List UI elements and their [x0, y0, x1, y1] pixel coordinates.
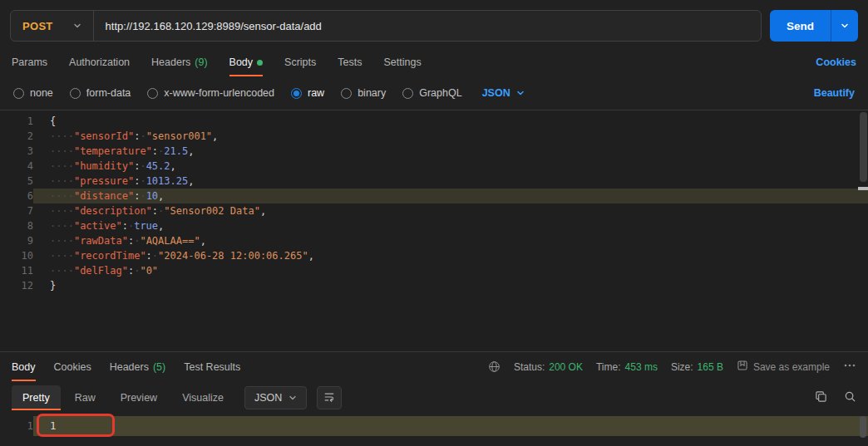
radio-binary[interactable]: binary [341, 87, 386, 99]
view-tab-preview[interactable]: Preview [110, 385, 168, 410]
bookmark-icon [737, 360, 748, 374]
tab-body[interactable]: Body [229, 48, 264, 76]
network-globe-icon[interactable] [488, 360, 501, 373]
code-line: 5····"pressure":·1013.25, [0, 174, 868, 189]
line-number: 2 [0, 129, 33, 144]
method-selector[interactable]: POST [11, 11, 93, 41]
radio-label: raw [308, 87, 324, 99]
line-content[interactable]: ····"humidity":·45.2, [33, 159, 868, 174]
line-content[interactable]: } [33, 278, 868, 293]
line-content[interactable]: ····"recordTime":·"2024-06-28 12:00:06.2… [33, 248, 868, 263]
code-line: 6····"distance":·10, [0, 189, 868, 203]
line-content[interactable]: ····"distance":·10, [33, 189, 868, 203]
line-content[interactable]: ····"pressure":·1013.25, [33, 174, 868, 189]
view-tab-pretty[interactable]: Pretty [12, 385, 61, 410]
tab-scripts[interactable]: Scripts [284, 48, 316, 76]
copy-icon [815, 390, 827, 405]
body-has-content-dot [257, 60, 263, 66]
line-number: 11 [0, 263, 33, 278]
line-number: 1 [0, 416, 33, 436]
line-number: 4 [0, 159, 33, 174]
send-options-chevron-icon[interactable] [831, 10, 858, 42]
radio-icon [13, 88, 24, 99]
more-options-button[interactable] [843, 359, 856, 375]
radio-graphql[interactable]: GraphQL [402, 87, 461, 99]
size-value: 165 B [698, 361, 723, 373]
radio-none[interactable]: none [13, 87, 53, 99]
radio-selected-icon [291, 88, 302, 99]
response-tab-body[interactable]: Body [12, 352, 36, 381]
tab-settings[interactable]: Settings [383, 48, 421, 76]
line-number: 5 [0, 174, 33, 189]
code-line: 12} [0, 278, 868, 293]
request-body-editor[interactable]: 1{2····"sensorId":·"sensor001",3····"tem… [0, 110, 868, 351]
tab-headers[interactable]: Headers (9) [151, 48, 208, 76]
line-content[interactable]: { [33, 114, 868, 129]
scrollbar-thumb[interactable] [860, 112, 867, 182]
save-as-example-label: Save as example [753, 361, 830, 373]
format-label: JSON [254, 392, 282, 404]
radio-form-data[interactable]: form-data [70, 87, 131, 99]
tab-label: Headers [151, 56, 190, 68]
line-number: 8 [0, 218, 33, 233]
radio-urlencoded[interactable]: x-www-form-urlencoded [147, 87, 274, 99]
line-content[interactable]: ····"temperature":·21.5, [33, 144, 868, 159]
line-content[interactable]: ····"rawData":·"AQALAA==", [33, 233, 868, 248]
editor-scrollbar[interactable] [858, 110, 868, 351]
radio-icon [70, 88, 81, 99]
radio-icon [147, 88, 158, 99]
line-content[interactable]: ····"description":·"Sensor002 Data", [33, 203, 868, 218]
view-tab-raw[interactable]: Raw [64, 385, 106, 410]
request-editor-lines: 1{2····"sensorId":·"sensor001",3····"tem… [0, 114, 868, 293]
line-number: 1 [0, 114, 33, 129]
line-content[interactable]: ····"sensorId":·"sensor001", [33, 129, 868, 144]
radio-icon [402, 88, 413, 99]
radio-label: none [30, 87, 53, 99]
line-number: 3 [0, 144, 33, 159]
url-input[interactable]: http://192.168.120.129:8989/sensor-data/… [94, 20, 761, 32]
body-format-dropdown[interactable]: JSON [482, 87, 525, 99]
send-button[interactable]: Send [770, 10, 858, 42]
line-content[interactable]: ····"delFlag":·"0" [33, 263, 868, 278]
response-tab-headers[interactable]: Headers (5) [110, 352, 166, 381]
copy-response-button[interactable] [815, 390, 827, 405]
beautify-link[interactable]: Beautify [814, 87, 855, 99]
cookies-link[interactable]: Cookies [816, 56, 856, 68]
tab-label: Headers [110, 361, 149, 373]
wrap-text-button[interactable] [317, 386, 342, 409]
wrap-text-icon [323, 391, 335, 405]
tab-count: (9) [195, 56, 207, 68]
response-scrollbar[interactable] [860, 416, 866, 438]
radio-icon [341, 88, 352, 99]
tab-authorization[interactable]: Authorization [69, 48, 130, 76]
tab-tests[interactable]: Tests [338, 48, 362, 76]
save-as-example-button[interactable]: Save as example [737, 360, 830, 374]
search-response-button[interactable] [844, 390, 856, 405]
response-tab-test-results[interactable]: Test Results [184, 352, 240, 381]
response-toolbar: Pretty Raw Preview Visualize JSON [0, 381, 868, 414]
code-line: 7····"description":·"Sensor002 Data", [0, 203, 868, 218]
line-content[interactable]: 1 [33, 416, 868, 436]
time-label: Time: [596, 361, 621, 373]
response-body-lines: 11 [0, 416, 868, 436]
line-number: 6 [0, 189, 33, 203]
response-tab-cookies[interactable]: Cookies [54, 352, 91, 381]
status-value: 200 OK [549, 361, 583, 373]
line-number: 10 [0, 248, 33, 263]
url-bar: POST http://192.168.120.129:8989/sensor-… [10, 10, 762, 42]
code-line: 4····"humidity":·45.2, [0, 159, 868, 174]
view-tab-visualize[interactable]: Visualize [171, 385, 234, 410]
line-content[interactable]: ····"active":·true, [33, 218, 868, 233]
chevron-down-icon [289, 394, 297, 402]
tab-params[interactable]: Params [12, 48, 47, 76]
response-format-dropdown[interactable]: JSON [244, 386, 307, 409]
response-toolbar-right [815, 390, 856, 405]
response-body[interactable]: 11 [0, 414, 868, 446]
body-type-row: none form-data x-www-form-urlencoded raw… [0, 76, 868, 110]
radio-label: binary [358, 87, 386, 99]
line-number: 12 [0, 278, 33, 293]
radio-raw[interactable]: raw [291, 87, 324, 99]
code-line: 11 [0, 416, 868, 436]
radio-label: x-www-form-urlencoded [164, 87, 274, 99]
ellipsis-icon [843, 359, 856, 375]
